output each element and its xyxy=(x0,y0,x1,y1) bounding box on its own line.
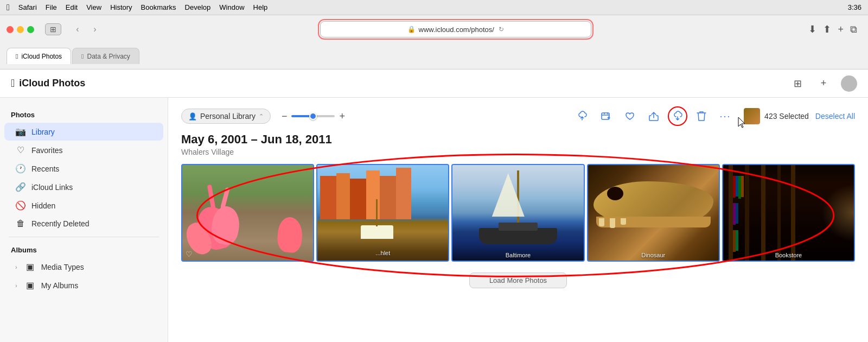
expand-icon-media: › xyxy=(15,264,17,270)
library-selector-label: Personal Library xyxy=(200,112,256,121)
photo-item-sailboat[interactable]: Baltimore xyxy=(451,164,584,262)
tab-label-privacy: Data & Privacy xyxy=(87,53,130,60)
photo-grid: ♡ ...hlet xyxy=(168,157,868,268)
date-range-title: May 6, 2001 – Jun 18, 2011 xyxy=(181,132,855,147)
selected-count: 423 Selected xyxy=(764,112,809,121)
menu-file[interactable]: File xyxy=(46,3,57,11)
chevron-down-icon: ⌃ xyxy=(259,113,264,120)
sidebar-item-library[interactable]: 📷 Library xyxy=(4,123,163,141)
zoom-in-button[interactable]: + xyxy=(339,111,345,121)
menu-view[interactable]: View xyxy=(86,3,101,11)
forward-button[interactable]: › xyxy=(87,22,103,37)
media-types-icon: ▣ xyxy=(25,262,36,272)
sidebar-item-my-albums[interactable]: › ▣ My Albums xyxy=(4,276,163,294)
tab-icloud-photos[interactable]:  iCloud Photos xyxy=(7,48,71,64)
menu-safari[interactable]: Safari xyxy=(18,3,37,11)
icloud-links-icon: 🔗 xyxy=(15,182,26,192)
sidebar-item-favorites[interactable]: ♡ Favorites xyxy=(4,141,163,159)
fullscreen-button[interactable] xyxy=(27,26,34,33)
library-icon: 📷 xyxy=(15,126,26,137)
back-button[interactable]: ‹ xyxy=(70,22,85,37)
menu-help[interactable]: Help xyxy=(253,3,268,11)
library-selector[interactable]: 👤 Personal Library ⌃ xyxy=(181,109,271,124)
app-title: iCloud Photos xyxy=(19,78,85,89)
url-text[interactable]: www.icloud.com/photos/ xyxy=(419,26,494,34)
photo-label-sailboat: Baltimore xyxy=(452,252,583,258)
svg-rect-0 xyxy=(602,113,609,119)
trash-icon: 🗑 xyxy=(15,219,26,229)
grid-view-button[interactable]: ⊞ xyxy=(789,75,806,92)
minimize-button[interactable] xyxy=(17,26,24,33)
sidebar-item-label-icloud-links: iCloud Links xyxy=(31,183,73,192)
sidebar-separator xyxy=(9,237,159,237)
recents-icon: 🕐 xyxy=(15,163,26,174)
zoom-out-button[interactable]: − xyxy=(282,111,288,121)
photo-label-dinosaur: Dinosaur xyxy=(588,252,719,258)
menu-bookmarks[interactable]: Bookmarks xyxy=(141,3,176,11)
apple-menu[interactable]:  xyxy=(7,3,10,12)
sidebar-item-hidden[interactable]: 🚫 Hidden xyxy=(4,197,163,214)
sidebar-item-recents[interactable]: 🕐 Recents xyxy=(4,160,163,178)
photos-section-label: Photos xyxy=(0,106,168,122)
albums-section-label: Albums xyxy=(0,242,168,257)
add-button[interactable]: + xyxy=(815,75,832,92)
location-label: Whalers Village xyxy=(181,148,855,156)
sidebar-item-media-types[interactable]: › ▣ Media Types xyxy=(4,258,163,276)
user-avatar[interactable] xyxy=(841,75,857,92)
photo-item-dinosaur[interactable]: Dinosaur xyxy=(587,164,720,262)
new-tab-icon[interactable]: + xyxy=(838,24,844,35)
zoom-control: − + xyxy=(282,111,345,121)
sidebar-item-label-recently-deleted: Recently Deleted xyxy=(31,219,90,228)
share-button[interactable] xyxy=(644,106,663,126)
bottom-bar: Load More Photos xyxy=(168,268,868,293)
sidebar-item-icloud-links[interactable]: 🔗 iCloud Links xyxy=(4,178,163,196)
sidebar-item-label-favorites: Favorites xyxy=(31,146,63,155)
tab-label-icloud: iCloud Photos xyxy=(21,53,62,60)
menu-edit[interactable]: Edit xyxy=(66,3,78,11)
more-options-button[interactable]: ··· xyxy=(716,106,735,126)
main-layout: Photos 📷 Library ♡ Favorites 🕐 Recents 🔗… xyxy=(0,98,868,342)
close-button[interactable] xyxy=(7,26,14,33)
menu-window[interactable]: Window xyxy=(219,3,244,11)
selected-thumbnail xyxy=(744,108,760,124)
content-area: 👤 Personal Library ⌃ − + xyxy=(168,98,868,342)
my-albums-icon: ▣ xyxy=(25,280,36,290)
traffic-lights xyxy=(7,26,34,33)
photo-label-bookstore: Bookstore xyxy=(723,252,854,258)
photo-item-harbor[interactable]: ...hlet xyxy=(316,164,449,262)
deselect-all-link[interactable]: Deselect All xyxy=(815,112,855,121)
download-manager-icon[interactable]: ⬇ xyxy=(808,23,816,35)
upload-to-icloud-button[interactable] xyxy=(572,106,592,126)
zoom-slider[interactable] xyxy=(291,115,335,117)
sidebar-item-recently-deleted[interactable]: 🗑 Recently Deleted xyxy=(4,215,163,232)
sidebar-item-label-media-types: Media Types xyxy=(41,263,84,271)
browser-chrome: ⊞ ‹ › 🔒 www.icloud.com/photos/ ↻ ⬇ ⬆ + ⧉… xyxy=(0,15,868,69)
toolbar-right: ··· 423 Selected Deselect All xyxy=(572,106,855,126)
split-view-icon[interactable]: ⧉ xyxy=(850,24,857,35)
reload-button[interactable]: ↻ xyxy=(499,26,504,33)
sidebar-item-label-library: Library xyxy=(31,128,55,136)
expand-icon-albums: › xyxy=(15,282,17,289)
app-logo:  iCloud Photos xyxy=(11,77,85,90)
photo-item-bookstore[interactable]: Bookstore xyxy=(722,164,855,262)
share-browser-icon[interactable]: ⬆ xyxy=(823,23,831,35)
photo-heart-flamingo: ♡ xyxy=(186,250,193,258)
menu-history[interactable]: History xyxy=(110,3,132,11)
favorite-button[interactable] xyxy=(620,106,640,126)
add-to-album-button[interactable] xyxy=(596,106,616,126)
menu-develop[interactable]: Develop xyxy=(185,3,211,11)
tabs-bar:  iCloud Photos  Data & Privacy xyxy=(0,43,868,64)
hidden-icon: 🚫 xyxy=(15,200,26,211)
photo-label-harbor: ...hlet xyxy=(317,250,448,256)
photo-item-flamingo[interactable]: ♡ xyxy=(181,164,314,262)
favorites-icon: ♡ xyxy=(15,145,26,155)
sidebar-item-label-my-albums: My Albums xyxy=(41,281,78,290)
sidebar-item-label-recents: Recents xyxy=(31,164,59,173)
delete-button[interactable] xyxy=(692,106,711,126)
url-bar[interactable]: 🔒 www.icloud.com/photos/ ↻ xyxy=(320,21,591,37)
load-more-button[interactable]: Load More Photos xyxy=(469,273,567,288)
tab-data-privacy[interactable]:  Data & Privacy xyxy=(72,48,139,64)
download-button[interactable] xyxy=(668,106,687,126)
sidebar-toggle-button[interactable]: ⊞ xyxy=(45,23,61,35)
app-header:  iCloud Photos ⊞ + xyxy=(0,69,868,98)
